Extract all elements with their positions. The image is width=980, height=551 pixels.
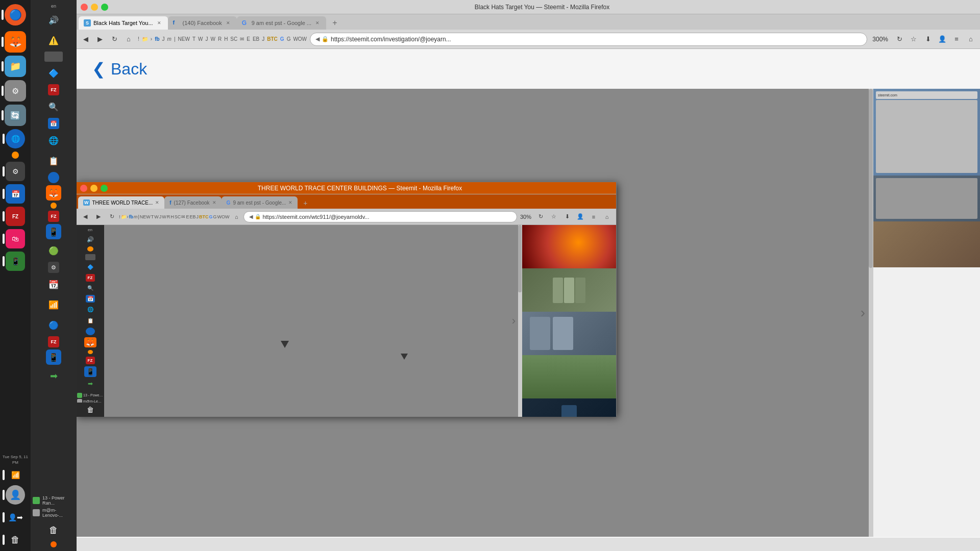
download-icon[interactable]: ⬇	[922, 33, 934, 45]
blue-circle-icon[interactable]	[48, 172, 59, 183]
sb-bm-m[interactable]: m	[134, 214, 138, 219]
appstore-dock-icon[interactable]: 🛍	[6, 229, 25, 248]
reload-btn2[interactable]: ↻	[893, 33, 905, 45]
sb-fz2[interactable]: FZ	[86, 357, 95, 364]
calendar2-icon[interactable]: 📆	[44, 275, 63, 293]
ubuntu-logo[interactable]: 🔵	[5, 4, 26, 26]
second-download[interactable]: ⬇	[561, 211, 573, 223]
second-tab-steemit[interactable]: W THREE WORLD TRACE... ✕	[78, 196, 164, 209]
new-tab-button[interactable]: +	[328, 16, 341, 30]
second-home2[interactable]: ⌂	[601, 211, 613, 223]
second-thumb-3[interactable]	[522, 312, 616, 355]
sb-fz[interactable]: FZ	[86, 274, 95, 282]
tab2-close[interactable]: ✕	[225, 19, 232, 27]
second-bookmark-star[interactable]: ☆	[548, 211, 560, 223]
second-new-tab-button[interactable]: +	[300, 197, 311, 209]
sb-mag[interactable]: 🔍	[85, 284, 96, 293]
forward-button[interactable]: ▶	[94, 33, 106, 45]
second-close-button[interactable]	[80, 185, 87, 192]
system-icon-col[interactable]: ⚙	[48, 262, 59, 273]
network-dock-icon[interactable]: 🌐	[6, 129, 25, 148]
sb-bm-h[interactable]: H	[170, 214, 174, 219]
sb-bm-sc[interactable]: SC	[175, 214, 181, 219]
sb-bm-j2[interactable]: J	[196, 214, 199, 219]
bm-btc[interactable]: BTC	[266, 36, 279, 42]
tab-facebook[interactable]: f (140) Facebook ✕	[168, 16, 237, 30]
wifi-icon[interactable]: 📶	[6, 468, 25, 482]
sb-cal[interactable]: 📅	[86, 295, 95, 303]
sb-net[interactable]: 🌐	[85, 305, 96, 314]
sidebar-item-lenovo[interactable]: m@m-Lenovo-...	[31, 507, 77, 519]
trash-icon[interactable]: 🗑	[6, 530, 25, 549]
bm-g2[interactable]: G	[286, 36, 292, 42]
magnify-icon[interactable]: 🔍	[44, 97, 63, 116]
sb-trash[interactable]: 🗑	[87, 406, 94, 414]
bm-new[interactable]: NEW	[177, 36, 191, 42]
sb-bm-w2[interactable]: W	[162, 214, 166, 219]
sb-bm-g2[interactable]: G	[213, 214, 216, 219]
transfer-icon[interactable]: 🟢	[44, 241, 63, 260]
second-back-btn[interactable]: ◀	[79, 211, 91, 223]
minimize-button[interactable]	[91, 4, 98, 11]
sb-bm-eb[interactable]: EB	[189, 214, 195, 219]
bm-excl[interactable]: !	[137, 36, 140, 42]
thumb-3[interactable]	[873, 221, 980, 267]
bm-j1[interactable]: J	[161, 36, 166, 42]
sb-transfer[interactable]: ➡	[85, 379, 96, 388]
firefox-icon-col[interactable]: 🦊	[46, 185, 61, 201]
bm-folder[interactable]: 📁	[141, 36, 149, 42]
scrollbar-track[interactable]	[869, 89, 873, 537]
green-dock-icon[interactable]: 📱	[6, 252, 25, 271]
second-reload2[interactable]: ↻	[534, 211, 547, 223]
files-dock-icon[interactable]: 📁	[5, 56, 26, 77]
stab3-close[interactable]: ✕	[288, 200, 292, 205]
network-icon-col[interactable]: 🌐	[44, 131, 63, 149]
second-chevron-right[interactable]: ›	[512, 314, 516, 328]
sb-bm-2[interactable]: 📁	[121, 214, 127, 219]
sb-item-powerrangers[interactable]: 13 - Power Ran...	[76, 392, 104, 398]
home-button[interactable]: ⌂	[122, 33, 135, 45]
sb-blue[interactable]	[86, 328, 95, 335]
sb-ff[interactable]: 🦊	[84, 337, 96, 347]
sb-bm-mail[interactable]: ✉	[181, 214, 185, 219]
bm-g1[interactable]: G	[279, 36, 285, 42]
sb-bm-fb[interactable]: fb	[129, 214, 134, 219]
sb-bm-3[interactable]: ›	[127, 214, 129, 219]
next-arrow[interactable]: ›	[861, 305, 865, 321]
bm-mail[interactable]: ✉	[239, 36, 245, 42]
second-scrollbar-thumb[interactable]	[518, 225, 522, 292]
bm-fb[interactable]: fb	[154, 36, 160, 42]
second-home-btn[interactable]: ⌂	[230, 211, 242, 223]
bm-sc[interactable]: SC	[229, 36, 238, 42]
appstore-icon-col[interactable]: 📱	[46, 224, 61, 239]
bm-wow[interactable]: WOW	[292, 36, 308, 42]
sb-kb[interactable]	[85, 254, 95, 260]
second-minimize-button[interactable]	[90, 185, 97, 192]
bm-e[interactable]: E	[246, 36, 251, 42]
bm-h[interactable]: H	[223, 36, 229, 42]
second-maximize-button[interactable]	[101, 185, 108, 192]
close-button[interactable]	[81, 4, 88, 11]
sb-apps[interactable]: 📱	[84, 366, 96, 377]
sb-bm-e[interactable]: E	[186, 214, 189, 219]
apps-icon[interactable]: 📱	[46, 349, 61, 365]
sb-bm-j[interactable]: J	[159, 214, 162, 219]
wifi-icon-col[interactable]: 📶	[44, 295, 63, 314]
bm-arrow[interactable]: ›	[150, 36, 153, 42]
gear-dock-icon[interactable]: ⚙	[6, 162, 25, 181]
bluetooth-icon[interactable]: 🔷	[44, 64, 63, 82]
menu-icon[interactable]: ≡	[950, 33, 963, 45]
second-url-bar[interactable]: ◀ 🔒 https://steemit.com/wtc911/@joeyarno…	[243, 211, 517, 222]
back-label[interactable]: Back	[111, 60, 147, 79]
maximize-button[interactable]	[101, 4, 108, 11]
second-reload-btn[interactable]: ↻	[106, 211, 118, 223]
firefox-dock-icon[interactable]: 🦊	[5, 31, 26, 53]
tab-google[interactable]: G 9 am est pst - Google ... ✕	[237, 16, 326, 30]
filezilla-icon-col2[interactable]: FZ	[48, 211, 59, 222]
notes-icon[interactable]: 📋	[44, 152, 63, 170]
stab2-close[interactable]: ✕	[212, 200, 216, 205]
thumb-1[interactable]: steemit.com	[873, 89, 980, 176]
tab1-close[interactable]: ✕	[156, 19, 163, 27]
second-account[interactable]: 👤	[574, 211, 586, 223]
second-tab-facebook[interactable]: f (127) Facebook ✕	[164, 196, 221, 209]
